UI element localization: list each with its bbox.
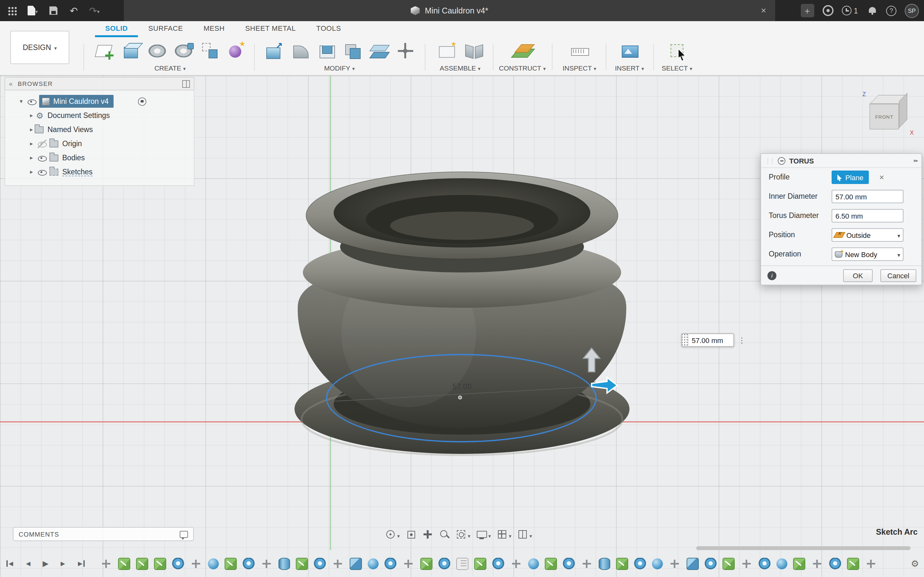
timeline-torus-feature-icon[interactable] <box>563 558 575 570</box>
app-grid-icon[interactable] <box>6 5 18 16</box>
timeline-settings-icon[interactable] <box>911 558 919 569</box>
timeline-torus-feature-icon[interactable] <box>172 558 184 570</box>
user-avatar[interactable]: SP <box>905 3 919 18</box>
timeline-sphere-feature-icon[interactable] <box>368 558 379 569</box>
timeline-torus-feature-icon[interactable] <box>242 558 255 570</box>
tab-solid[interactable]: SOLID <box>95 21 138 37</box>
timeline-move-feature-icon[interactable] <box>190 558 202 570</box>
measure-icon[interactable] <box>569 40 590 61</box>
insert-canvas-icon[interactable] <box>619 40 640 61</box>
clear-selection-icon[interactable] <box>875 171 888 184</box>
job-status-button[interactable]: 1 <box>842 6 858 15</box>
browser-item-named-views[interactable]: Named Views <box>5 122 194 137</box>
browser-item-bodies[interactable]: Bodies <box>5 151 194 165</box>
notifications-button[interactable] <box>866 5 878 16</box>
browser-layout-icon[interactable] <box>182 80 190 87</box>
timeline-box-feature-icon[interactable] <box>350 558 362 570</box>
timeline-torus-feature-icon[interactable] <box>758 558 771 570</box>
dimension-input-value[interactable]: 57.00 mm <box>688 336 733 344</box>
fillet-icon[interactable] <box>290 40 310 61</box>
dimension-label[interactable]: 57.00 <box>441 382 483 391</box>
split-body-icon[interactable] <box>368 40 389 61</box>
assemble-menu-button[interactable]: ASSEMBLE <box>439 64 480 72</box>
bodies-visibility-icon[interactable] <box>37 153 47 162</box>
pattern-icon[interactable] <box>199 40 220 61</box>
position-select[interactable]: Outside <box>832 228 903 242</box>
timeline-sketch-feature-icon[interactable] <box>118 558 130 570</box>
comments-bar[interactable]: COMMENTS <box>13 527 194 541</box>
profile-selection-chip[interactable]: Plane <box>832 171 869 184</box>
timeline-sketch-feature-icon[interactable] <box>793 558 805 570</box>
center-point[interactable] <box>458 396 462 400</box>
timeline-sketch-feature-icon[interactable] <box>296 558 308 570</box>
tab-mesh[interactable]: MESH <box>193 21 235 37</box>
box-icon[interactable] <box>120 40 141 61</box>
sweep-icon[interactable] <box>173 40 194 61</box>
expand-icon[interactable] <box>28 140 35 147</box>
document-tab[interactable]: Mini Cauldron v4* <box>124 0 775 21</box>
input-drag-handle[interactable] <box>682 334 688 347</box>
construction-plane-icon[interactable] <box>512 40 533 61</box>
timeline-sketch-feature-icon[interactable] <box>136 558 148 570</box>
timeline-torus-feature-icon[interactable] <box>829 558 841 570</box>
browser-item-document-settings[interactable]: Document Settings <box>5 108 194 122</box>
timeline-torus-feature-icon[interactable] <box>634 558 646 570</box>
file-menu-button[interactable] <box>27 5 39 16</box>
new-component-icon[interactable] <box>437 40 457 61</box>
timeline-sphere-feature-icon[interactable] <box>528 558 539 569</box>
timeline-cylinder-feature-icon[interactable] <box>278 558 290 570</box>
create-menu-button[interactable]: CREATE <box>154 64 186 72</box>
create-form-icon[interactable] <box>226 40 246 61</box>
timeline-move-feature-icon[interactable] <box>740 558 753 570</box>
torus-diameter-input[interactable]: 6.50 mm <box>832 209 903 222</box>
play-button[interactable] <box>40 558 51 569</box>
revolve-icon[interactable] <box>147 40 167 61</box>
nav-pan-button[interactable] <box>422 529 433 540</box>
timeline-torus-feature-icon[interactable] <box>384 558 397 570</box>
expand-icon[interactable] <box>28 126 35 133</box>
timeline-box-feature-icon[interactable] <box>687 558 699 570</box>
expand-icon[interactable] <box>28 169 35 175</box>
inspect-menu-button[interactable]: INSPECT <box>562 64 596 72</box>
timeline-move-feature-icon[interactable] <box>581 558 593 570</box>
timeline-move-feature-icon[interactable] <box>402 558 415 570</box>
dimension-options-button[interactable] <box>737 334 747 347</box>
timeline-torus-feature-icon[interactable] <box>492 558 504 570</box>
select-menu-button[interactable]: SELECT <box>662 64 692 72</box>
step-forward-button[interactable] <box>57 558 69 569</box>
nav-display-settings-button[interactable] <box>476 529 491 540</box>
press-pull-icon[interactable] <box>263 40 284 61</box>
timeline-torus-feature-icon[interactable] <box>704 558 717 570</box>
sketches-visibility-icon[interactable] <box>37 168 47 176</box>
expand-icon[interactable] <box>28 155 35 161</box>
timeline-move-feature-icon[interactable] <box>100 558 112 570</box>
modify-menu-button[interactable]: MODIFY <box>324 64 355 72</box>
dimension-input[interactable]: 57.00 mm <box>682 334 734 347</box>
expand-icon[interactable] <box>28 112 35 119</box>
move-copy-icon[interactable] <box>395 40 415 61</box>
dialog-header[interactable]: TORUS <box>761 154 921 168</box>
timeline-move-feature-icon[interactable] <box>260 558 273 570</box>
timeline-move-feature-icon[interactable] <box>332 558 344 570</box>
cancel-button[interactable]: Cancel <box>880 269 916 282</box>
timeline-doc-feature-icon[interactable] <box>456 558 468 570</box>
root-selection[interactable]: Mini Cauldron v4 <box>39 95 114 108</box>
operation-select[interactable]: New Body <box>832 247 903 261</box>
undo-button[interactable] <box>68 5 79 16</box>
timeline-move-feature-icon[interactable] <box>510 558 522 570</box>
expand-dialog-icon[interactable] <box>914 158 918 163</box>
origin-visibility-icon[interactable] <box>37 139 47 148</box>
nav-multiple-views-button[interactable] <box>517 529 532 540</box>
timeline-scrollbar[interactable] <box>696 546 911 550</box>
timeline-torus-feature-icon[interactable] <box>314 558 326 570</box>
timeline-sketch-feature-icon[interactable] <box>722 558 735 570</box>
go-to-start-button[interactable] <box>5 558 17 569</box>
view-cube[interactable]: Z FRONT X <box>859 91 914 140</box>
select-window-icon[interactable] <box>667 40 687 61</box>
tab-tools[interactable]: TOOLS <box>306 21 351 37</box>
add-comment-icon[interactable] <box>180 530 188 538</box>
ok-button[interactable]: OK <box>843 269 873 282</box>
right-arrow-manipulator[interactable] <box>589 376 620 395</box>
browser-item-sketches[interactable]: Sketches <box>5 165 194 179</box>
timeline-move-feature-icon[interactable] <box>865 558 877 570</box>
